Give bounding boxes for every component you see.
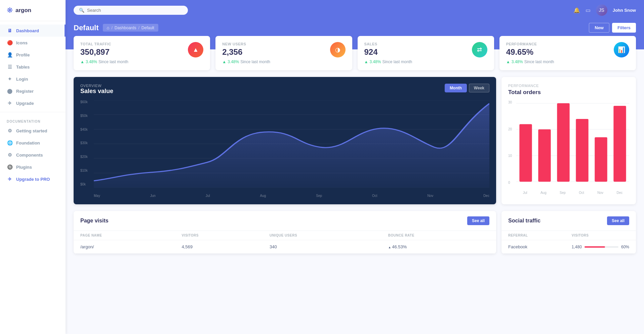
col-unique-users: UNIQUE USERS [263, 231, 381, 240]
bar-y-label: 30 [508, 100, 512, 104]
chart-header: OVERVIEW Sales value Month Week [80, 84, 489, 95]
table-row: /argon/ 4,569 340 46.53% [74, 240, 496, 254]
bar-y-labels: 30 20 10 0 [508, 100, 512, 184]
page-title: Default [74, 24, 99, 32]
register-icon: ⬤ [7, 88, 13, 94]
search-bar[interactable]: 🔍 [74, 6, 188, 15]
bar-x-label: Oct [579, 191, 584, 195]
sidebar-item-getting-started[interactable]: ⚙ Getting started [0, 125, 66, 137]
search-input[interactable] [87, 8, 183, 13]
tables-icon: ☰ [7, 64, 13, 70]
bar-y-label: 10 [508, 154, 512, 158]
stat-value: 350,897 [80, 47, 128, 57]
bar-x-label: Jul [523, 191, 527, 195]
sidebar-item-tables[interactable]: ☰ Tables [0, 61, 66, 73]
sidebar-item-profile[interactable]: 👤 Profile [0, 49, 66, 61]
bar-y-label: 20 [508, 127, 512, 131]
sidebar-item-foundation[interactable]: 🌐 Foundation [0, 137, 66, 149]
col-referral: REFERRAL [501, 231, 565, 240]
visitors-count: 1,480 [572, 245, 582, 249]
foundation-icon: 🌐 [7, 140, 13, 145]
stat-card-left: PERFORMANCE 49.65% ▲ 3.48% Since last mo… [506, 42, 554, 64]
icons-icon: 🔴 [7, 40, 13, 45]
change-arrow: ▲ [506, 59, 510, 64]
users-icon: ◑ [335, 46, 340, 53]
btn-month[interactable]: Month [445, 84, 467, 92]
logo-icon: ❋ [7, 6, 13, 15]
stat-label: TOTAL TRAFFIC [80, 42, 128, 46]
chart-subtitle: OVERVIEW [80, 84, 113, 88]
change-pct: 3.48% [228, 59, 239, 64]
cell-visitors-bar: 1,480 60% [565, 240, 636, 254]
sidebar: ❋ argon 🖥 Dashboard 🔴 Icons 👤 Profile ☰ … [0, 0, 66, 334]
y-label: $0k [80, 182, 88, 186]
stat-card-sales: SALES 924 ▲ 3.48% Since last month ⇄ [358, 36, 494, 70]
main-content: 🔍 🔔 ▭ JS John Snow Default ⌂ / Dashboard… [66, 0, 644, 334]
see-all-button[interactable]: See all [467, 216, 489, 225]
stat-label: NEW USERS [222, 42, 270, 46]
sidebar-item-plugins[interactable]: 🔘 Plugins [0, 161, 66, 173]
charts-row: OVERVIEW Sales value Month Week $60k $50… [74, 77, 636, 204]
sidebar-item-upgrade-pro[interactable]: ✈ Upgrade to PRO [0, 173, 66, 185]
y-label: $30k [80, 141, 88, 145]
change-arrow: ▲ [80, 59, 84, 64]
change-text: Since last month [382, 59, 412, 64]
chart-svg-area [94, 100, 489, 187]
btn-week[interactable]: Week [469, 84, 489, 92]
sales-chart-area: $60k $50k $40k $30k $20k $10k $0k [80, 100, 489, 198]
chart-y-labels: $60k $50k $40k $30k $20k $10k $0k [80, 100, 88, 187]
components-icon: ⚙ [7, 152, 13, 158]
svg-rect-14 [576, 119, 588, 182]
x-label: Dec [483, 194, 489, 198]
message-icon[interactable]: ▭ [586, 7, 591, 13]
stat-label: PERFORMANCE [506, 42, 554, 46]
breadcrumb-sep-2: / [138, 26, 139, 30]
breadcrumb-home-icon[interactable]: ⌂ [107, 25, 110, 30]
sidebar-item-label: Components [16, 153, 43, 158]
notification-icon[interactable]: 🔔 [573, 7, 580, 13]
bar-x-label: Dec [616, 191, 622, 195]
stat-icon: ⇄ [472, 42, 487, 57]
bottom-row: Page visits See all PAGE NAME VISITORS U… [74, 211, 636, 254]
x-label: Oct [372, 194, 377, 198]
table-header: Page visits See all [74, 211, 496, 231]
sidebar-item-upgrade[interactable]: ✈ Upgrade [0, 97, 66, 109]
sidebar-item-icons[interactable]: 🔴 Icons [0, 37, 66, 49]
social-row: Facebook 1,480 60% [501, 240, 636, 254]
logo-text: argon [15, 7, 31, 14]
new-button[interactable]: New [589, 23, 609, 33]
change-pct: 3.48% [369, 59, 381, 64]
sidebar-item-label: Getting started [16, 128, 47, 133]
sidebar-item-dashboard[interactable]: 🖥 Dashboard [0, 25, 66, 37]
sidebar-item-label: Profile [16, 52, 30, 57]
sidebar-item-components[interactable]: ⚙ Components [0, 149, 66, 161]
sidebar-item-label: Login [16, 77, 28, 82]
filters-button[interactable]: Filters [612, 23, 636, 33]
x-label: Sep [316, 194, 322, 198]
pct-text: 60% [621, 245, 629, 249]
plugins-icon: 🔘 [7, 164, 13, 170]
breadcrumb-dashboards[interactable]: Dashboards [115, 26, 136, 30]
sidebar-item-register[interactable]: ⬤ Register [0, 85, 66, 97]
table-title: Page visits [80, 218, 109, 224]
sidebar-item-label: Upgrade [16, 101, 34, 106]
perf-title: Total orders [508, 89, 629, 96]
search-icon: 🔍 [79, 8, 84, 13]
sidebar-item-label: Icons [16, 40, 28, 45]
progress-bar-bg [585, 246, 618, 248]
sidebar-logo: ❋ argon [0, 0, 66, 21]
col-visitors: VISITORS [565, 231, 636, 240]
stat-change: ▲ 3.48% Since last month [506, 59, 554, 64]
sidebar-item-login[interactable]: ✦ Login [0, 73, 66, 85]
upgrade-pro-icon: ✈ [7, 176, 13, 182]
stat-icon: 📊 [614, 42, 629, 57]
social-see-all-button[interactable]: See all [607, 216, 629, 225]
sidebar-item-label: Tables [16, 65, 30, 70]
y-label: $20k [80, 155, 88, 159]
page-visits-table: PAGE NAME VISITORS UNIQUE USERS BOUNCE R… [74, 231, 496, 254]
col-page-name: PAGE NAME [74, 231, 175, 240]
stat-card-performance: PERFORMANCE 49.65% ▲ 3.48% Since last mo… [499, 36, 636, 70]
stat-icon: ◑ [330, 42, 346, 57]
stat-change: ▲ 3.48% Since last month [222, 59, 270, 64]
sidebar-divider [0, 112, 66, 112]
